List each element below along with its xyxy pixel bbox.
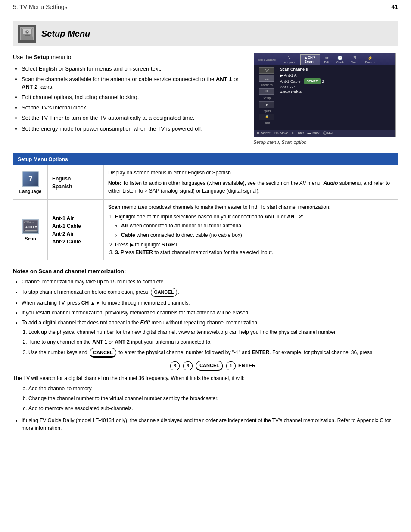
tv-menu-timer: ⏱ Timer	[348, 55, 361, 65]
tv-menu-edit: ✏ Edit	[322, 55, 332, 65]
scan-desc-main: Scan memorizes broadcast channels to mak…	[108, 203, 393, 211]
cancel-key: CANCEL	[151, 288, 177, 297]
key-enter: ENTER.	[238, 362, 257, 370]
tv-menu-scan: ▲CH▼ Scan	[300, 54, 320, 65]
tv-ch-ant2air: Ant-2 Air	[280, 85, 394, 89]
language-desc-main: Display on-screen menus in either Englis…	[108, 169, 393, 177]
tv-ch-ant1cable: Ant-1 Cable START 2	[280, 78, 394, 84]
intro-bullets: Select English or Spanish for menus and …	[22, 65, 243, 133]
language-icon: ?	[22, 171, 39, 187]
key-sequence: 3 6 CANCEL 1 ENTER.	[28, 361, 398, 371]
tv-icon-av: AV	[259, 67, 274, 74]
intro-paragraph: Use the Setup menu to:	[13, 53, 243, 62]
tv-menu-clock: 🕐 Clock	[334, 55, 347, 65]
scan-step-2: Press ▶ to highlight START.	[115, 241, 393, 249]
key-6: 6	[183, 361, 193, 370]
notes-heading: Notes on Scan and channel memorization:	[13, 268, 398, 274]
scan-row: ⁸⁷⁶⁵⁴³²¹ ▲CH▼ Scan Ant-1 Air Ant-1 Cable…	[13, 199, 398, 260]
scan-val-ant2cable: Ant-2 Cable	[52, 238, 99, 246]
tv-label-setup: Setup	[263, 96, 271, 100]
tv-start-btn: START	[304, 78, 321, 84]
scan-icon: ⁸⁷⁶⁵⁴³²¹ ▲CH▼	[22, 219, 39, 234]
bullet-5: Set the TV Timer to turn on the TV autom…	[22, 114, 243, 122]
bullet-6: Set the energy mode for power consumptio…	[22, 125, 243, 133]
finds-a: Add the channel to memory.	[28, 385, 398, 392]
tv-menu-bar: MITSUBISHI ? Language ▲CH▼ Scan ✏ Edit	[254, 53, 395, 65]
tv-icon-lock: 🔒	[259, 114, 274, 120]
scan-step-1b: Cable when connected to direct cable (no…	[121, 231, 393, 239]
finds-c: Add to memory any associated sub-channel…	[28, 404, 398, 412]
svg-text:?: ?	[26, 31, 28, 34]
scan-val-ant1cable: Ant-1 Cable	[52, 222, 99, 230]
section-heading: ? Setup Menu	[13, 21, 398, 46]
note-2: To stop channel memorization before comp…	[22, 288, 398, 297]
tv-finds-bullets: Add the channel to memory. Change the ch…	[28, 385, 398, 412]
language-desc-note: Note: To listen to audio in other langua…	[108, 179, 393, 195]
tv-icon-setup: ⚙	[259, 88, 274, 95]
notes-final: If using TV Guide Daily (model LT-40134 …	[22, 417, 398, 432]
tv-ch-ant2cable: Ant-2 Cable	[280, 90, 394, 94]
language-values-cell: English Spanish	[48, 165, 104, 199]
finds-b: Change the channel number to the virtual…	[28, 395, 398, 402]
scan-icon-cell: ⁸⁷⁶⁵⁴³²¹ ▲CH▼ Scan	[13, 200, 48, 260]
bullet-2: Scan the channels available for the ante…	[22, 75, 243, 91]
language-row: ? Language English Spanish Display on-sc…	[13, 165, 398, 199]
scan-val-ant1air: Ant-1 Air	[52, 215, 99, 222]
scan-steps: Highlight one of the input selections ba…	[115, 213, 393, 256]
key-1: 1	[226, 361, 236, 370]
scan-step-1: Highlight one of the input selections ba…	[115, 213, 393, 239]
page-header: 5. TV Menu Settings 41	[0, 0, 411, 12]
bullet-4: Set the TV's internal clock.	[22, 104, 243, 112]
screenshot-caption: Setup menu, Scan option	[252, 140, 398, 145]
cancel-key-2: CANCEL	[90, 348, 116, 358]
intro-section: Use the Setup menu to: Select English or…	[13, 53, 398, 145]
tv-ch-ant1air: ▶ Ant-1 Air	[280, 73, 394, 78]
options-table: Setup Menu Options ? Language English Sp…	[13, 153, 398, 260]
scan-val-ant2air: Ant-2 Air	[52, 230, 99, 238]
tv-search-para: The TV will search for a digital channel…	[13, 374, 398, 382]
add-digital-steps: Look up the physical channel number for …	[28, 328, 398, 371]
scan-label: Scan	[25, 236, 36, 241]
tv-scan-title: Scan Channels	[280, 67, 394, 72]
bullet-3: Edit channel options, including channel …	[22, 93, 243, 101]
language-val-english: English	[52, 175, 99, 183]
language-icon-cell: ? Language	[13, 165, 48, 199]
key-cancel: CANCEL	[196, 361, 223, 371]
chapter-title: 5. TV Menu Settings	[13, 3, 68, 10]
add-step-1: Look up the physical channel number for …	[28, 328, 398, 336]
bullet-1: Select English or Spanish for menus and …	[22, 65, 243, 73]
note-5: To add a digital channel that does not a…	[22, 319, 398, 371]
svg-rect-8	[25, 230, 37, 231]
scan-values-cell: Ant-1 Air Ant-1 Cable Ant-2 Air Ant-2 Ca…	[48, 200, 104, 260]
section-title: Setup Menu	[41, 29, 90, 39]
add-step-3: Use the number keys and CANCEL to enter …	[28, 348, 398, 371]
notes-bullets: Channel memorization may take up to 15 m…	[22, 278, 398, 371]
tv-menu-language: ? Language	[280, 55, 299, 65]
note-4: If you restart channel memorization, pre…	[22, 309, 398, 317]
tv-menu-energy: ⚡ Energy	[363, 55, 377, 65]
tv-bottom-bar: ⇔ Select ◁▷ Move ⊙ Enter ▬ Back ⓘ Help	[254, 130, 395, 137]
svg-text:▲CH▼: ▲CH▼	[25, 225, 38, 229]
tv-right-content: Scan Channels ▶ Ant-1 Air Ant-1 Cable ST…	[277, 67, 394, 124]
tv-content-area: AV CC Captions ⚙ Setup ▶ Inputs 🔒 Lock S…	[254, 65, 395, 126]
scan-step-3: 3. Press ENTER to start channel memoriza…	[115, 249, 393, 256]
language-label: Language	[19, 189, 42, 194]
note-3: When watching TV, press CH ▲▼ to move th…	[22, 299, 398, 307]
svg-text:⁸⁷⁶⁵⁴³²¹: ⁸⁷⁶⁵⁴³²¹	[24, 221, 34, 224]
notes-section: Notes on Scan and channel memorization: …	[13, 268, 398, 432]
main-content: ? Setup Menu Use the Setup menu to: Sele…	[0, 17, 411, 447]
tv-screenshot: MITSUBISHI ? Language ▲CH▼ Scan ✏ Edit	[254, 53, 396, 137]
scan-step-1a: Air when connected to an indoor or outdo…	[121, 222, 393, 230]
svg-rect-2	[25, 35, 30, 36]
language-val-spanish: Spanish	[52, 183, 99, 190]
tv-label-captions: Captions	[261, 83, 273, 87]
intro-image: MITSUBISHI ? Language ▲CH▼ Scan ✏ Edit	[252, 53, 398, 145]
tv-label-lock: Lock	[264, 121, 270, 124]
setup-menu-icon: ?	[20, 27, 34, 40]
tv-icon-inputs: ▶	[259, 101, 274, 108]
tv-menu-mitsubishi: MITSUBISHI	[256, 57, 278, 62]
key-3: 3	[170, 361, 180, 370]
intro-text: Use the Setup menu to: Select English or…	[13, 53, 243, 145]
tv-icon-cc: CC	[259, 75, 274, 81]
tv-left-icons: AV CC Captions ⚙ Setup ▶ Inputs 🔒 Lock	[256, 67, 277, 124]
